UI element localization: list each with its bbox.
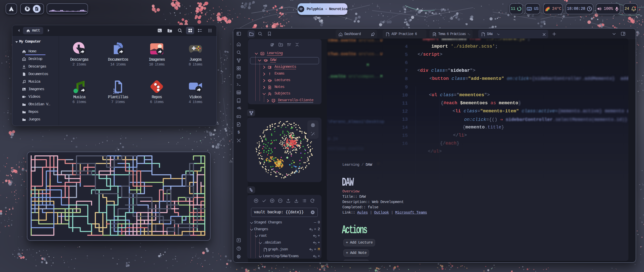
svg-text:15: 15 xyxy=(272,100,274,102)
